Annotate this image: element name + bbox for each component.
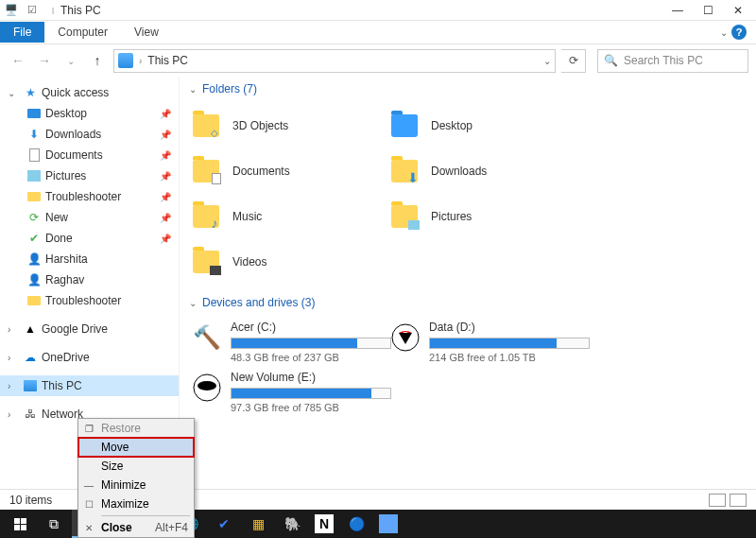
- group-header-folders[interactable]: ⌄ Folders (7): [189, 82, 747, 95]
- ribbon-tabs: File Computer View ⌄ ?: [0, 21, 756, 44]
- start-button[interactable]: [4, 510, 36, 538]
- view-large-button[interactable]: [730, 494, 747, 507]
- nav-pictures[interactable]: Pictures📌: [0, 165, 179, 186]
- folder-pictures[interactable]: Pictures: [387, 194, 586, 239]
- chevron-down-icon[interactable]: ⌄: [189, 84, 197, 95]
- folder-3d-objects[interactable]: ◇3D Objects: [189, 103, 387, 148]
- downloads-icon: ⬇: [26, 127, 42, 142]
- drive-e[interactable]: New Volume (E:) 97.3 GB free of 785 GB: [189, 367, 387, 417]
- menu-minimize[interactable]: —Minimize: [78, 476, 194, 495]
- menu-separator: [101, 515, 190, 516]
- maximize-icon: ☐: [82, 499, 95, 510]
- usage-bar: [429, 338, 590, 349]
- dropdown-icon[interactable]: |: [45, 3, 60, 18]
- app-icon: 🖥️: [4, 3, 19, 18]
- taskbar-evernote[interactable]: 🐘: [276, 510, 308, 538]
- quick-access-toolbar: 🖥️ ☑ |: [4, 3, 60, 18]
- taskbar-notion[interactable]: N: [315, 514, 334, 533]
- taskbar-yellow[interactable]: ▦: [242, 510, 274, 538]
- menu-restore: ❐Restore: [78, 419, 194, 438]
- group-drives: ⌄ Devices and drives (3) 🔨 Acer (C:) 48.…: [189, 296, 747, 417]
- folder-icon: 👤: [26, 252, 42, 267]
- folder-downloads[interactable]: ⬇Downloads: [387, 148, 586, 194]
- task-view-button[interactable]: ⧉: [38, 510, 70, 538]
- maximize-button[interactable]: ☐: [701, 4, 714, 17]
- folder-music[interactable]: ♪Music: [189, 194, 387, 239]
- properties-icon[interactable]: ☑: [25, 3, 40, 18]
- folder-videos[interactable]: Videos: [189, 239, 387, 285]
- nav-troubleshooter2[interactable]: Troubleshooter: [0, 290, 179, 311]
- google-drive-icon: ▲: [23, 321, 38, 337]
- tab-file[interactable]: File: [0, 22, 44, 43]
- menu-size[interactable]: Size: [78, 457, 194, 476]
- folder-desktop[interactable]: Desktop: [387, 103, 586, 148]
- taskbar-todo[interactable]: ✔: [208, 510, 240, 538]
- nav-done[interactable]: ✔Done📌: [0, 228, 179, 249]
- tab-view[interactable]: View: [121, 22, 172, 43]
- group-header-drives[interactable]: ⌄ Devices and drives (3): [189, 296, 747, 309]
- pin-icon: 📌: [160, 171, 171, 182]
- up-button[interactable]: ↑: [87, 50, 108, 71]
- nav-harshita[interactable]: 👤Harshita: [0, 249, 179, 269]
- tab-computer[interactable]: Computer: [44, 22, 121, 43]
- nav-onedrive[interactable]: ›☁OneDrive: [0, 347, 179, 368]
- menu-move[interactable]: Move: [78, 438, 194, 457]
- folder-icon: [26, 293, 42, 308]
- search-box[interactable]: 🔍 Search This PC: [597, 49, 748, 73]
- drive-d[interactable]: Data (D:) 214 GB free of 1.05 TB: [387, 317, 586, 367]
- minimize-button[interactable]: —: [671, 4, 684, 17]
- address-dropdown-icon[interactable]: ⌄: [543, 56, 551, 66]
- network-icon: 🖧: [23, 407, 38, 422]
- back-button[interactable]: ←: [8, 50, 28, 71]
- menu-close[interactable]: ✕CloseAlt+F4: [78, 518, 194, 537]
- nav-raghav[interactable]: 👤Raghav: [0, 269, 179, 290]
- desktop-icon: [391, 114, 418, 137]
- cloud-icon: ☁: [23, 350, 38, 365]
- pictures-icon: [26, 168, 42, 183]
- chevron-right-icon[interactable]: ›: [8, 353, 19, 363]
- folder-icon: [26, 189, 42, 204]
- drive-c[interactable]: 🔨 Acer (C:) 48.3 GB free of 237 GB: [189, 317, 387, 367]
- close-icon: ✕: [82, 523, 95, 533]
- desktop-icon: [27, 109, 41, 118]
- chevron-down-icon[interactable]: ⌄: [189, 298, 197, 308]
- taskbar-chrome[interactable]: 🔵: [340, 510, 372, 538]
- drive-icon: [391, 321, 420, 355]
- drive-icon: 🔨: [193, 321, 221, 355]
- minimize-icon: —: [82, 480, 95, 491]
- address-bar[interactable]: › This PC ⌄: [113, 49, 556, 73]
- ribbon-collapse-icon[interactable]: ⌄: [720, 27, 728, 38]
- documents-icon: [26, 148, 42, 163]
- chevron-down-icon[interactable]: ⌄: [8, 88, 19, 98]
- pin-icon: 📌: [160, 234, 171, 244]
- nav-google-drive[interactable]: ›▲Google Drive: [0, 319, 179, 339]
- nav-documents[interactable]: Documents📌: [0, 145, 179, 165]
- refresh-button[interactable]: ⟳: [561, 49, 586, 73]
- nav-downloads[interactable]: ⬇Downloads📌: [0, 124, 179, 145]
- chevron-right-icon[interactable]: ›: [8, 381, 19, 391]
- drive-icon: [193, 371, 221, 405]
- close-button[interactable]: ✕: [731, 4, 745, 17]
- nav-troubleshooter[interactable]: Troubleshooter📌: [0, 186, 179, 207]
- help-icon[interactable]: ?: [731, 25, 747, 40]
- recent-dropdown[interactable]: ⌄: [60, 50, 81, 71]
- nav-quick-access[interactable]: ⌄ ★ Quick access: [0, 82, 179, 103]
- taskbar-app[interactable]: [379, 514, 398, 533]
- breadcrumb[interactable]: This PC: [147, 54, 188, 67]
- system-menu: ❐Restore Move Size —Minimize ☐Maximize ✕…: [77, 418, 195, 538]
- folder-icon: 👤: [26, 272, 42, 287]
- menu-maximize[interactable]: ☐Maximize: [78, 495, 194, 513]
- nav-this-pc[interactable]: ›This PC: [0, 375, 179, 396]
- nav-new[interactable]: ⟳New📌: [0, 207, 179, 228]
- view-details-button[interactable]: [709, 494, 726, 507]
- restore-icon: ❐: [82, 424, 95, 434]
- group-folders: ⌄ Folders (7) ◇3D Objects Desktop Docume…: [189, 82, 747, 285]
- pin-icon: 📌: [160, 192, 171, 202]
- check-icon: ✔: [26, 231, 42, 246]
- item-count: 10 items: [9, 494, 52, 507]
- folder-documents[interactable]: Documents: [189, 148, 387, 194]
- chevron-right-icon[interactable]: ›: [8, 324, 19, 335]
- usage-bar: [231, 338, 391, 349]
- nav-desktop[interactable]: Desktop📌: [0, 103, 179, 124]
- chevron-right-icon[interactable]: ›: [8, 409, 19, 420]
